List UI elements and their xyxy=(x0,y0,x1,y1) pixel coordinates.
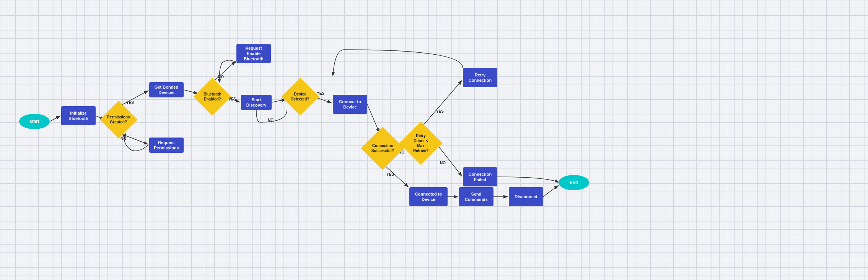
get-bonded-devices-node: Get BondedDevices xyxy=(149,82,184,97)
svg-text:NO: NO xyxy=(440,161,446,165)
svg-line-10 xyxy=(212,61,236,83)
svg-line-16 xyxy=(367,104,379,133)
svg-text:YES: YES xyxy=(386,172,394,176)
connect-to-device-node: Connect toDevice xyxy=(333,95,367,114)
bluetooth-enabled-node: BluetoothEnabled? xyxy=(194,78,231,116)
svg-line-12 xyxy=(272,99,286,102)
svg-line-17 xyxy=(383,163,409,187)
request-permissions-node: RequestPermissions xyxy=(149,138,184,153)
retry-count-node: RetryCount <MaxRetries? xyxy=(399,121,442,165)
svg-text:NO: NO xyxy=(218,75,224,79)
svg-line-1 xyxy=(50,116,60,121)
svg-text:NO: NO xyxy=(268,118,274,122)
disconnect-node: Disconnect xyxy=(509,187,543,206)
end-node: End xyxy=(559,175,589,190)
connected-to-device-node: Connected toDevice xyxy=(409,187,448,206)
retry-connection-node: RetryConnection xyxy=(463,68,497,87)
svg-text:YES: YES xyxy=(317,91,324,95)
svg-text:YES: YES xyxy=(436,109,444,113)
svg-text:NO: NO xyxy=(121,137,126,141)
svg-line-21 xyxy=(421,80,462,128)
request-enable-bluetooth-node: RequestEnableBluetooth xyxy=(236,44,271,63)
connection-failed-node: ConnectionFailed xyxy=(463,167,497,186)
svg-line-7 xyxy=(184,90,198,94)
start-node: start xyxy=(19,114,50,129)
send-commands-node: SendCommands xyxy=(459,187,493,206)
init-bluetooth-node: InitializeBluetooth xyxy=(61,106,96,125)
svg-line-23 xyxy=(436,143,462,176)
start-discovery-node: StartDiscovery xyxy=(241,95,272,110)
svg-text:YES: YES xyxy=(126,100,134,105)
svg-line-5 xyxy=(119,133,148,144)
permissions-granted-node: PermissionsGranted? xyxy=(100,101,138,139)
connection-successful-node: ConnectionSuccessful? xyxy=(361,126,404,170)
svg-line-27 xyxy=(543,185,559,197)
svg-line-3 xyxy=(119,91,148,106)
device-selected-node: DeviceSelected? xyxy=(282,78,319,116)
